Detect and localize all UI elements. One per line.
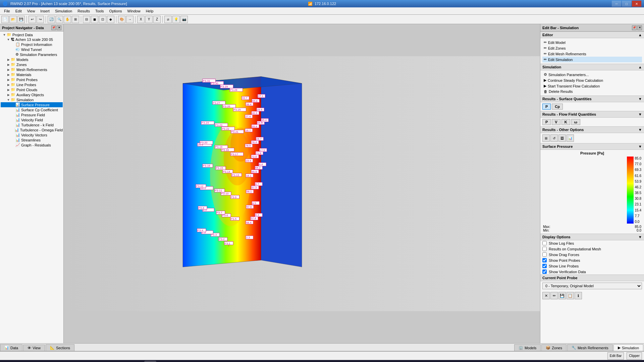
toolbar-open[interactable]: 📂 — [9, 16, 17, 23]
menu-help[interactable]: Help — [143, 8, 156, 14]
tab-zones[interactable]: 📦 Zones — [541, 344, 567, 351]
tree-turbulence-omega[interactable]: 📊 Turbulence - Omega Field — [1, 127, 63, 132]
maximize-button[interactable]: □ — [622, 1, 631, 7]
viewport[interactable]: P3-1 P3-2 P3-3 2.3 P3-4 P3-5 — [64, 24, 540, 343]
probe-copy-btn[interactable]: 📋 — [567, 292, 574, 299]
ff-V-button[interactable]: V — [552, 119, 560, 125]
tree-pressure-field[interactable]: 📊 Pressure Field — [1, 112, 63, 117]
continue-steady-btn[interactable]: ▶ Continue Steady Flow Calculation — [542, 77, 642, 83]
surface-quantities-header[interactable]: Results - Surface Quantities ▼ — [540, 96, 644, 102]
probe-delete-btn[interactable]: ✕ — [542, 292, 550, 299]
other-opt-3[interactable]: 🖼 — [558, 134, 566, 142]
taskbar-files-icon[interactable]: 📁 — [91, 361, 103, 362]
edit-model-btn[interactable]: ✏ Edit Model — [542, 40, 642, 45]
taskbar-app1-icon[interactable]: 📺 — [158, 361, 170, 362]
right-panel-pin[interactable]: 📌 — [632, 25, 637, 30]
tab-sections[interactable]: 📐 Sections — [46, 344, 74, 351]
tree-surface-pressure[interactable]: 📊 Surface Pressure — [1, 102, 63, 107]
taskbar-browser-icon[interactable]: 🌐 — [104, 361, 116, 362]
taskbar-rwind-icon[interactable]: 🌀 — [144, 361, 156, 362]
right-panel-controls[interactable]: 📌 ✕ — [632, 25, 642, 30]
toolbar-camera[interactable]: 📷 — [180, 16, 188, 23]
edit-mesh-btn[interactable]: ✏ Edit Mesh Refinements — [542, 51, 642, 57]
panel-header-buttons[interactable]: 📌 ✕ — [51, 25, 61, 30]
taskbar-edge-icon[interactable]: 🔷 — [117, 361, 129, 362]
tree-velocity-field[interactable]: 📊 Velocity Field — [1, 117, 63, 122]
tree-point-probes[interactable]: ▶ 📁 Point Probes — [1, 77, 63, 82]
minimize-button[interactable]: ─ — [612, 1, 621, 7]
tree-models[interactable]: ▶ 📁 Models — [1, 57, 63, 62]
taskbar-app2-icon[interactable]: 🎵 — [171, 361, 183, 362]
other-opt-1[interactable]: ⊞ — [542, 134, 550, 142]
toolbar-pan[interactable]: ✋ — [64, 16, 71, 23]
display-options-header[interactable]: Display Options ▼ — [540, 234, 644, 240]
tree-project-data[interactable]: ▼ 📁 Project Data — [1, 32, 63, 37]
panel-pin-button[interactable]: 📌 — [51, 25, 56, 30]
menu-insert[interactable]: Insert — [38, 8, 52, 14]
toolbar-arrows[interactable]: → — [126, 16, 133, 23]
tab-mesh-refinements[interactable]: 🔧 Mesh Refinements — [567, 344, 613, 351]
results-comp-mesh-checkbox[interactable] — [542, 247, 547, 251]
menu-file[interactable]: File — [1, 8, 13, 14]
tree-materials[interactable]: ▶ 📁 Materials — [1, 72, 63, 77]
tree-turbulence-k[interactable]: 📊 Turbulence - k Field — [1, 122, 63, 127]
toolbar-redo[interactable]: ↪ — [37, 16, 44, 23]
tree-zones[interactable]: ▶ 📁 Zones — [1, 62, 63, 67]
panel-close-button[interactable]: ✕ — [57, 25, 61, 30]
current-probe-header[interactable]: Current Point Probe — [540, 275, 644, 281]
surface-pressure-header[interactable]: Surface Pressure ▼ — [540, 143, 644, 150]
other-opt-4[interactable]: 📊 — [567, 134, 574, 142]
edit-bar-btn[interactable]: Edit Bar — [607, 352, 624, 360]
right-panel-close[interactable]: ✕ — [637, 25, 642, 30]
window-controls[interactable]: ─ □ ✕ — [612, 1, 641, 7]
tree-simulation[interactable]: ▼ 📁 Simulation — [1, 97, 63, 102]
toolbar-view-z[interactable]: Z — [153, 16, 161, 23]
show-verification-checkbox[interactable] — [542, 269, 547, 274]
tree-streamlines[interactable]: 📊 Streamlines — [1, 137, 63, 142]
simulation-section-header[interactable]: Simulation ▲ — [540, 64, 644, 70]
taskbar-app3-icon[interactable]: 💬 — [184, 361, 197, 362]
sq-P-button[interactable]: P — [542, 104, 551, 110]
tree-sim-params[interactable]: ⚙ Simulation Parameters — [1, 52, 63, 57]
toolbar-undo[interactable]: ↩ — [29, 16, 36, 23]
tree-project-name[interactable]: ▼ 🏗 Achen 13 scale 200 05 — [1, 37, 63, 42]
flow-field-header[interactable]: Results - Flow Field Quantities ▼ — [540, 111, 644, 118]
probe-save-btn[interactable]: 💾 — [558, 292, 566, 299]
menu-results[interactable]: Results — [75, 8, 93, 14]
taskbar-app4-icon[interactable]: ⚙ — [198, 361, 210, 362]
editor-section-header[interactable]: Editor ▲ — [540, 32, 644, 38]
toolbar-new[interactable]: 📄 — [1, 16, 9, 23]
toolbar-mesh[interactable]: ⊟ — [83, 16, 90, 23]
tree-aux-objects[interactable]: ▶ 📁 Auxiliary Objects — [1, 92, 63, 97]
other-options-header[interactable]: Results - Other Options ▼ — [540, 126, 644, 133]
tab-models[interactable]: 🏢 Models — [514, 344, 541, 351]
show-line-probes-checkbox[interactable] — [542, 264, 547, 268]
show-drag-forces-checkbox[interactable] — [542, 252, 547, 257]
ff-omega-button[interactable]: ω — [571, 119, 580, 125]
tree-point-clouds[interactable]: ▶ 📁 Point Clouds — [1, 87, 63, 92]
tab-view[interactable]: 👁 View — [23, 345, 45, 351]
tree-velocity-vectors[interactable]: 📊 Velocity Vectors — [1, 132, 63, 137]
toolbar-light[interactable]: 💡 — [172, 16, 180, 23]
ff-K-button[interactable]: K — [561, 119, 570, 125]
toolbar-view-y[interactable]: Y — [145, 16, 153, 23]
toolbar-fit[interactable]: ⊞ — [72, 16, 79, 23]
start-transient-btn[interactable]: ▶ Start Transient Flow Calculation — [542, 83, 642, 89]
show-point-probes-checkbox[interactable] — [542, 258, 547, 262]
menu-options[interactable]: Options — [107, 8, 125, 14]
edit-simulation-btn[interactable]: ✏ Edit Simulation — [542, 57, 642, 62]
tab-simulation[interactable]: ▶ Simulation — [613, 344, 643, 351]
toolbar-iso[interactable]: ⧄ — [164, 16, 172, 23]
ff-P-button[interactable]: P — [542, 119, 551, 125]
delete-results-btn[interactable]: 🗑 Delete Results — [542, 89, 642, 94]
menu-window[interactable]: Window — [125, 8, 143, 14]
menu-simulation[interactable]: Simulation — [52, 8, 75, 14]
toolbar-view-x[interactable]: X — [137, 16, 145, 23]
toolbar-colors[interactable]: 🎨 — [118, 16, 125, 23]
toolbar-zoom[interactable]: 🔍 — [56, 16, 63, 23]
tree-wind-tunnel[interactable]: 💨 Wind Tunnel — [1, 47, 63, 52]
tree-line-probes[interactable]: ▶ 📁 Line Probes — [1, 82, 63, 87]
tree-graph-residuals[interactable]: 📈 Graph - Residuals — [1, 142, 63, 147]
tree-cp-coeff[interactable]: 📊 Surface Cp Coefficient — [1, 107, 63, 112]
toolbar-render[interactable]: ◼ — [91, 16, 98, 23]
